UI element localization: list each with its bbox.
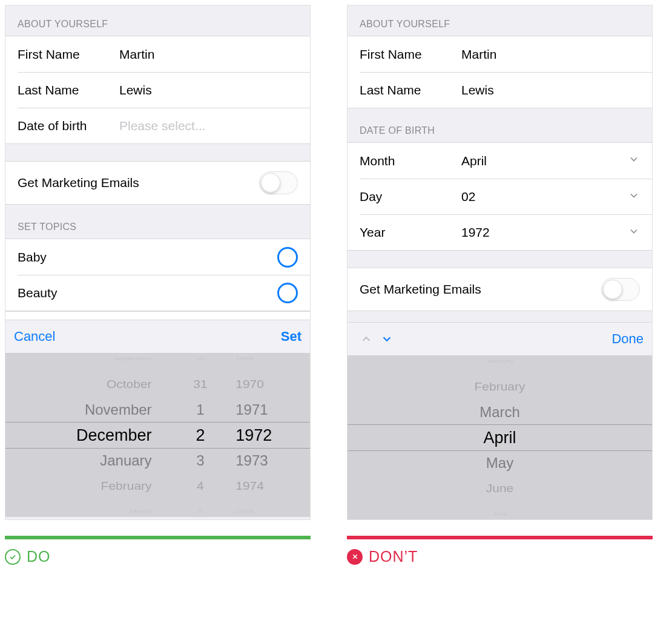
- do-caption: DO: [5, 548, 311, 565]
- last-name-row[interactable]: Last Name Lewis: [18, 72, 310, 108]
- day-row[interactable]: Day 02: [360, 179, 652, 214]
- dob-placeholder: Please select...: [119, 119, 205, 133]
- topic-radio[interactable]: [277, 247, 298, 268]
- year-row[interactable]: Year 1972: [360, 214, 652, 250]
- month-row[interactable]: Month April: [348, 143, 652, 179]
- month-value: April: [461, 154, 487, 168]
- marketing-row[interactable]: Get Marketing Emails: [5, 161, 310, 205]
- dob-row[interactable]: Date of birth Please select...: [18, 108, 310, 143]
- do-label: DO: [27, 548, 51, 565]
- section-header-topics: SET TOPICS: [5, 205, 310, 239]
- month-wheel[interactable]: Janaury February March April May June Ju…: [348, 356, 652, 519]
- marketing-label: Get Marketing Emails: [18, 176, 139, 190]
- last-name-label: Last Name: [360, 83, 461, 97]
- day-value: 02: [461, 189, 475, 204]
- last-name-label: Last Name: [18, 83, 119, 97]
- picker-toolbar: Cancel Set: [5, 320, 310, 354]
- section-header-about: ABOUT YOURSELF: [5, 5, 310, 36]
- dont-caption-block: DON’T: [347, 536, 653, 565]
- chevron-down-icon: [628, 153, 640, 168]
- chevron-down-icon: [628, 189, 640, 205]
- topic-label: Beauty: [18, 286, 57, 300]
- first-name-row[interactable]: First Name Martin: [5, 36, 310, 72]
- picker-toolbar: Done: [348, 322, 652, 356]
- last-name-value: Lewis: [119, 83, 152, 97]
- checkmark-circle-icon: [5, 549, 21, 565]
- set-button[interactable]: Set: [281, 329, 301, 344]
- date-picker[interactable]: September October November December Janu…: [5, 354, 310, 517]
- x-circle-icon: [347, 549, 363, 565]
- year-label: Year: [360, 225, 461, 240]
- topic-radio[interactable]: [277, 283, 298, 303]
- done-button[interactable]: Done: [611, 331, 644, 347]
- topics-peek: [5, 311, 310, 320]
- topic-label: Baby: [18, 250, 47, 265]
- year-value: 1972: [461, 225, 490, 240]
- year-wheel[interactable]: 1969 1970 1971 1972 1973 1974 1975: [231, 354, 310, 517]
- first-name-label: First Name: [18, 47, 119, 62]
- day-wheel[interactable]: 30 31 1 2 3 4 5: [170, 354, 231, 517]
- dont-panel: ABOUT YOURSELF First Name Martin Last Na…: [347, 5, 653, 520]
- first-name-value: Martin: [119, 47, 154, 62]
- marketing-toggle[interactable]: [601, 278, 640, 301]
- day-label: Day: [360, 189, 461, 204]
- dob-label: Date of birth: [18, 119, 119, 133]
- dont-label: DON’T: [369, 548, 418, 565]
- dont-bar: [347, 536, 653, 539]
- first-name-row[interactable]: First Name Martin: [348, 36, 652, 72]
- section-header-dob: DATE OF BIRTH: [348, 108, 652, 142]
- last-name-value: Lewis: [461, 83, 494, 97]
- cancel-button[interactable]: Cancel: [14, 329, 55, 344]
- month-label: Month: [360, 154, 461, 168]
- chevron-down-icon: [628, 225, 640, 240]
- marketing-label: Get Marketing Emails: [360, 282, 481, 297]
- topics-rows: Baby Beauty: [5, 239, 310, 311]
- first-name-value: Martin: [461, 47, 496, 62]
- marketing-row[interactable]: Get Marketing Emails: [348, 268, 652, 311]
- last-name-row[interactable]: Last Name Lewis: [360, 72, 652, 108]
- next-field-button[interactable]: [377, 329, 397, 349]
- dont-caption: DON’T: [347, 548, 653, 565]
- dob-rows: Month April Day 02 Year 1972: [348, 142, 652, 251]
- marketing-toggle[interactable]: [259, 171, 298, 194]
- topic-row[interactable]: Beauty: [18, 275, 310, 311]
- month-wheel[interactable]: September October November December Janu…: [5, 354, 170, 517]
- section-header-about: ABOUT YOURSELF: [348, 5, 652, 36]
- do-panel: ABOUT YOURSELF First Name Martin Last Na…: [5, 5, 311, 520]
- about-rows: First Name Martin Last Name Lewis Date o…: [5, 36, 310, 144]
- do-caption-block: DO: [5, 536, 311, 565]
- about-rows: First Name Martin Last Name Lewis: [348, 36, 652, 108]
- month-picker[interactable]: Janaury February March April May June Ju…: [348, 356, 652, 519]
- first-name-label: First Name: [360, 47, 461, 62]
- prev-field-button: [356, 329, 377, 349]
- do-bar: [5, 536, 311, 539]
- topic-row[interactable]: Baby: [5, 239, 310, 275]
